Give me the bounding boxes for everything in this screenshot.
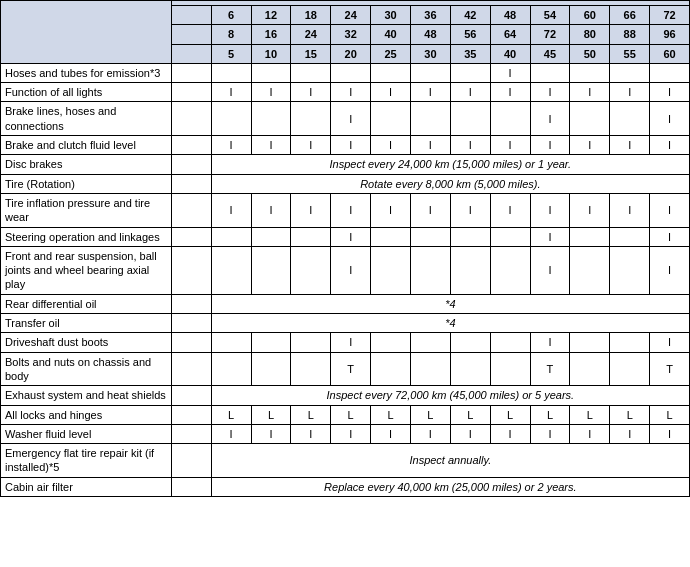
cell: I xyxy=(570,83,610,102)
row-label: Function of all lights xyxy=(1,83,172,102)
cell xyxy=(490,352,530,386)
cell: I xyxy=(331,136,371,155)
table-row: Exhaust system and heat shieldsInspect e… xyxy=(1,386,690,405)
cell: I xyxy=(251,193,291,227)
cell: L xyxy=(650,405,690,424)
cell xyxy=(490,102,530,136)
cell: I xyxy=(650,102,690,136)
cell xyxy=(490,333,530,352)
cell: I xyxy=(450,424,490,443)
cell: I xyxy=(570,424,610,443)
cell xyxy=(450,352,490,386)
cell: I xyxy=(331,83,371,102)
cell: I xyxy=(650,193,690,227)
cell: I xyxy=(650,227,690,246)
row-label: Driveshaft dust boots xyxy=(1,333,172,352)
cell xyxy=(251,352,291,386)
cell: I xyxy=(490,424,530,443)
m8: 48 xyxy=(490,6,530,25)
cell: I xyxy=(650,246,690,294)
cell: I xyxy=(410,193,450,227)
row-label: All locks and hinges xyxy=(1,405,172,424)
table-row: Emergency flat tire repair kit (if insta… xyxy=(1,444,690,478)
table-row: Driveshaft dust bootsIII xyxy=(1,333,690,352)
cell xyxy=(291,246,331,294)
m7: 42 xyxy=(450,6,490,25)
cell xyxy=(410,246,450,294)
interval-label xyxy=(171,155,211,174)
interval-label xyxy=(171,386,211,405)
cell xyxy=(530,63,570,82)
cell xyxy=(570,227,610,246)
row-label: Cabin air filter xyxy=(1,477,172,496)
cell: I xyxy=(450,136,490,155)
cell: I xyxy=(650,333,690,352)
cell: I xyxy=(530,333,570,352)
cell xyxy=(211,352,251,386)
cell xyxy=(490,246,530,294)
table-row: Disc brakesInspect every 24,000 km (15,0… xyxy=(1,155,690,174)
row-label: Front and rear suspension, ball joints a… xyxy=(1,246,172,294)
sub-col xyxy=(171,424,211,443)
row-label: Washer fluid level xyxy=(1,424,172,443)
cell xyxy=(331,63,371,82)
cell xyxy=(450,227,490,246)
cell: I xyxy=(610,193,650,227)
m1: 6 xyxy=(211,6,251,25)
cell xyxy=(610,227,650,246)
row-label: Tire inflation pressure and tire wear xyxy=(1,193,172,227)
cell: I xyxy=(530,83,570,102)
cell: I xyxy=(650,83,690,102)
row-label: Emergency flat tire repair kit (if insta… xyxy=(1,444,172,478)
cell xyxy=(291,352,331,386)
table-row: Front and rear suspension, ball joints a… xyxy=(1,246,690,294)
miles-label xyxy=(171,44,211,63)
cell: I xyxy=(410,424,450,443)
sub-col xyxy=(171,352,211,386)
cell: I xyxy=(251,136,291,155)
span-text: Inspect every 72,000 km (45,000 miles) o… xyxy=(211,386,689,405)
cell: L xyxy=(371,405,411,424)
cell xyxy=(371,246,411,294)
cell xyxy=(371,333,411,352)
cell xyxy=(291,227,331,246)
cell: L xyxy=(291,405,331,424)
cell xyxy=(251,333,291,352)
cell xyxy=(291,333,331,352)
cell: I xyxy=(211,136,251,155)
m6: 36 xyxy=(410,6,450,25)
cell xyxy=(251,246,291,294)
sub-col xyxy=(171,63,211,82)
row-label: Bolts and nuts on chassis and body xyxy=(1,352,172,386)
cell: I xyxy=(610,424,650,443)
maintenance-interval-header xyxy=(1,1,172,64)
cell: I xyxy=(530,227,570,246)
cell xyxy=(211,333,251,352)
cell: I xyxy=(490,83,530,102)
cell: I xyxy=(410,136,450,155)
cell: L xyxy=(211,405,251,424)
cell: I xyxy=(650,136,690,155)
maintenance-table: 6 12 18 24 30 36 42 48 54 60 66 72 8 16 … xyxy=(0,0,690,497)
cell: I xyxy=(291,424,331,443)
sub-col xyxy=(171,136,211,155)
cell: I xyxy=(490,136,530,155)
cell xyxy=(610,63,650,82)
table-row: Rear differential oil*4 xyxy=(1,294,690,313)
cell xyxy=(211,102,251,136)
table-row: Steering operation and linkagesIII xyxy=(1,227,690,246)
cell xyxy=(371,227,411,246)
cell: I xyxy=(291,136,331,155)
sub-col xyxy=(171,83,211,102)
cell xyxy=(610,102,650,136)
span-text: Replace every 40,000 km (25,000 miles) o… xyxy=(211,477,689,496)
cell xyxy=(291,63,331,82)
span-text: Inspect every 24,000 km (15,000 miles) o… xyxy=(211,155,689,174)
km-label xyxy=(171,25,211,44)
cell xyxy=(450,63,490,82)
row-label: Hoses and tubes for emission*3 xyxy=(1,63,172,82)
span-text: Rotate every 8,000 km (5,000 miles). xyxy=(211,174,689,193)
cell xyxy=(251,227,291,246)
table-row: Washer fluid levelIIIIIIIIIIII xyxy=(1,424,690,443)
span-text: *4 xyxy=(211,314,689,333)
